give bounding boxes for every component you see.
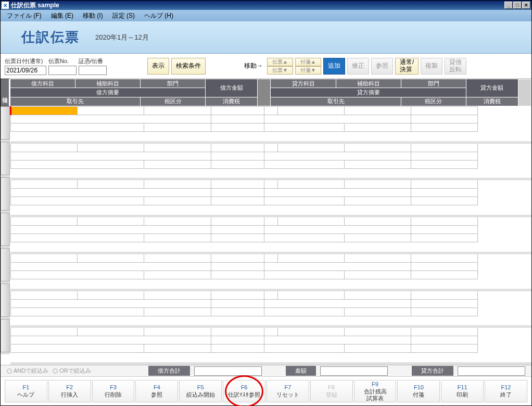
cell[interactable] (144, 160, 211, 168)
shohyo-input[interactable] (79, 66, 107, 75)
cell[interactable] (211, 180, 264, 189)
data-table[interactable] (10, 106, 531, 365)
table-row[interactable] (11, 279, 531, 289)
cell[interactable] (264, 189, 411, 197)
cell[interactable] (345, 234, 411, 242)
table-row[interactable] (11, 270, 531, 279)
fkey-f4[interactable]: F4参照 (135, 380, 178, 402)
cell[interactable] (211, 124, 264, 132)
cell[interactable] (144, 328, 211, 336)
cell[interactable] (211, 307, 264, 316)
table-row[interactable] (11, 328, 531, 336)
cell[interactable] (211, 262, 264, 270)
show-button[interactable]: 表示 (147, 58, 169, 75)
row-handle[interactable] (1, 319, 10, 352)
cell[interactable] (411, 160, 478, 168)
cell[interactable] (277, 328, 344, 336)
cell[interactable] (11, 234, 144, 242)
cell[interactable] (264, 217, 278, 226)
fkey-f11[interactable]: F11印刷 (441, 380, 484, 402)
cell[interactable] (211, 254, 264, 262)
cell[interactable] (144, 307, 211, 316)
menu-settings[interactable]: 設定 (S) (108, 10, 139, 21)
cell[interactable] (277, 217, 344, 226)
row-handle[interactable] (1, 248, 10, 281)
cell[interactable] (411, 115, 478, 124)
cell[interactable] (277, 143, 344, 152)
fkey-f7[interactable]: F7リセット (267, 380, 309, 402)
cell[interactable] (264, 328, 278, 336)
cell[interactable] (264, 234, 345, 242)
cell[interactable] (277, 254, 344, 262)
cell[interactable] (411, 299, 478, 307)
cell[interactable] (411, 254, 478, 262)
cell[interactable] (78, 180, 144, 189)
edit-button[interactable]: 修正 (347, 58, 369, 75)
cell[interactable] (277, 180, 344, 189)
cell[interactable] (11, 107, 78, 115)
cell[interactable] (211, 152, 264, 160)
cell[interactable] (211, 217, 264, 226)
cell[interactable] (411, 328, 478, 336)
cell[interactable] (211, 189, 264, 197)
cell[interactable] (11, 226, 211, 234)
cell[interactable] (78, 107, 144, 115)
table-row[interactable] (11, 217, 531, 226)
cell[interactable] (264, 336, 411, 345)
cell[interactable] (78, 328, 144, 336)
cell[interactable] (264, 254, 278, 262)
cell[interactable] (11, 336, 211, 345)
cell[interactable] (144, 270, 211, 279)
table-row[interactable] (11, 189, 531, 197)
table-row[interactable] (11, 353, 531, 363)
fusen-up-button[interactable]: 付箋▲ (295, 58, 321, 66)
cell[interactable] (211, 197, 264, 205)
table-row[interactable] (11, 242, 531, 252)
cell[interactable] (411, 270, 478, 279)
and-filter-radio[interactable]: ANDで絞込み (7, 367, 48, 375)
reverse-button[interactable]: 貸借 反転 (445, 58, 466, 75)
fkey-f2[interactable]: F2行挿入 (48, 380, 91, 402)
cell[interactable] (264, 180, 278, 189)
cell[interactable] (11, 217, 78, 226)
or-filter-radio[interactable]: ORで絞込み (53, 367, 91, 375)
cell[interactable] (211, 328, 264, 336)
maximize-button[interactable]: □ (513, 2, 522, 9)
row-handle[interactable] (1, 142, 10, 175)
fkey-f12[interactable]: F12終了 (485, 380, 527, 402)
cell[interactable] (144, 254, 211, 262)
cell[interactable] (411, 262, 478, 270)
table-row[interactable] (11, 115, 531, 124)
table-row[interactable] (11, 160, 531, 168)
cell[interactable] (345, 107, 411, 115)
menu-move[interactable]: 移動 (I) (79, 10, 107, 21)
cell[interactable] (264, 152, 411, 160)
cell[interactable] (264, 299, 411, 307)
cell[interactable] (345, 197, 411, 205)
cell[interactable] (411, 217, 478, 226)
cell[interactable] (345, 345, 411, 353)
cell[interactable] (277, 107, 344, 115)
table-row[interactable] (11, 291, 531, 299)
cell[interactable] (144, 234, 211, 242)
cell[interactable] (345, 160, 411, 168)
table-row[interactable] (11, 205, 531, 215)
cell[interactable] (264, 124, 345, 132)
cell[interactable] (211, 143, 264, 152)
cell[interactable] (264, 270, 345, 279)
cell[interactable] (144, 143, 211, 152)
add-button[interactable]: 追加 (323, 58, 345, 75)
cell[interactable] (264, 107, 278, 115)
table-row[interactable] (11, 143, 531, 152)
table-row[interactable] (11, 254, 531, 262)
cell[interactable] (345, 124, 411, 132)
cell[interactable] (11, 291, 78, 299)
ref-button[interactable]: 参照 (371, 58, 393, 75)
cell[interactable] (211, 234, 264, 242)
cell[interactable] (11, 254, 78, 262)
cell[interactable] (211, 299, 264, 307)
cell[interactable] (264, 160, 345, 168)
cell[interactable] (211, 291, 264, 299)
cell[interactable] (11, 307, 144, 316)
cell[interactable] (345, 143, 411, 152)
